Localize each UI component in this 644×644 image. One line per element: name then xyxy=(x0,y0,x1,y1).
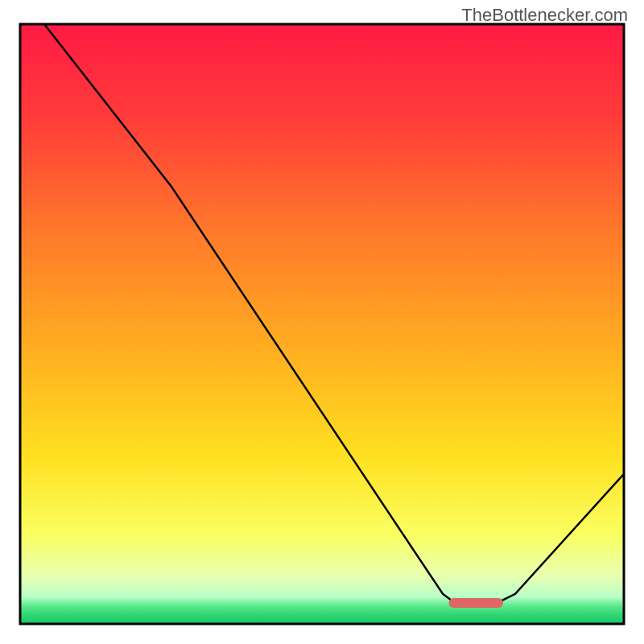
watermark-text: TheBottlenecker.com xyxy=(461,5,628,26)
gradient-background xyxy=(20,24,624,624)
optimal-marker xyxy=(449,598,504,608)
chart-container: TheBottlenecker.com xyxy=(0,0,644,644)
bottleneck-chart xyxy=(0,0,644,644)
